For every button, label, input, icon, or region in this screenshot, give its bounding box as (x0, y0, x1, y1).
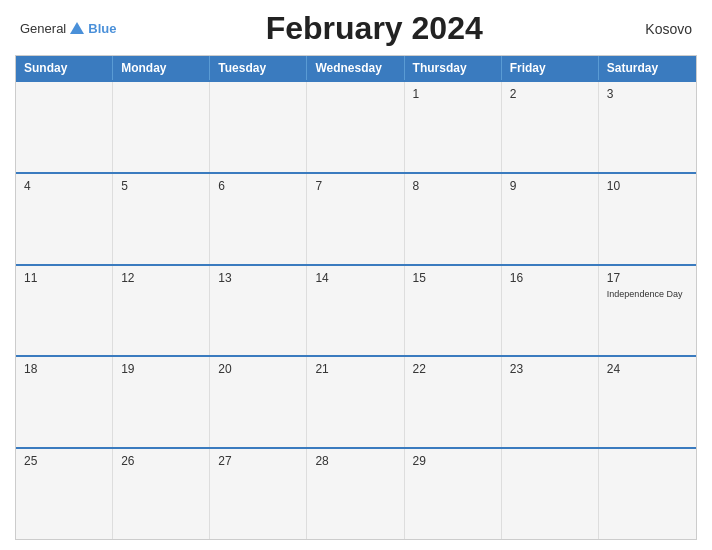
day-cell (210, 82, 307, 172)
day-number: 8 (413, 179, 493, 195)
weeks-container: 1234567891011121314151617Independence Da… (16, 80, 696, 539)
day-cell: 2 (502, 82, 599, 172)
day-number: 5 (121, 179, 201, 195)
day-cell: 28 (307, 449, 404, 539)
logo-blue-text: Blue (88, 21, 116, 36)
day-number: 9 (510, 179, 590, 195)
day-number: 27 (218, 454, 298, 470)
day-header-monday: Monday (113, 56, 210, 80)
week-row-1: 123 (16, 80, 696, 172)
day-number: 20 (218, 362, 298, 378)
calendar-container: General Blue February 2024 Kosovo Sunday… (0, 0, 712, 550)
day-cell: 9 (502, 174, 599, 264)
day-cell: 29 (405, 449, 502, 539)
day-number: 16 (510, 271, 590, 287)
day-cell: 18 (16, 357, 113, 447)
day-cell: 13 (210, 266, 307, 356)
day-cell (502, 449, 599, 539)
day-cell: 14 (307, 266, 404, 356)
day-cell: 4 (16, 174, 113, 264)
day-number: 2 (510, 87, 590, 103)
day-header-friday: Friday (502, 56, 599, 80)
day-cell: 23 (502, 357, 599, 447)
day-cell: 15 (405, 266, 502, 356)
logo-triangle-icon (70, 22, 84, 34)
day-cell: 6 (210, 174, 307, 264)
day-header-sunday: Sunday (16, 56, 113, 80)
day-number: 21 (315, 362, 395, 378)
calendar-grid: SundayMondayTuesdayWednesdayThursdayFrid… (15, 55, 697, 540)
day-cell: 16 (502, 266, 599, 356)
day-header-tuesday: Tuesday (210, 56, 307, 80)
day-number: 25 (24, 454, 104, 470)
day-number: 24 (607, 362, 688, 378)
day-number: 4 (24, 179, 104, 195)
day-number: 7 (315, 179, 395, 195)
week-row-5: 2526272829 (16, 447, 696, 539)
day-cell: 5 (113, 174, 210, 264)
day-cell: 8 (405, 174, 502, 264)
day-number: 10 (607, 179, 688, 195)
day-cell: 19 (113, 357, 210, 447)
day-number: 3 (607, 87, 688, 103)
week-row-2: 45678910 (16, 172, 696, 264)
day-headers-row: SundayMondayTuesdayWednesdayThursdayFrid… (16, 56, 696, 80)
day-number: 12 (121, 271, 201, 287)
day-header-saturday: Saturday (599, 56, 696, 80)
day-number: 23 (510, 362, 590, 378)
day-cell: 11 (16, 266, 113, 356)
week-row-4: 18192021222324 (16, 355, 696, 447)
day-number: 22 (413, 362, 493, 378)
day-number: 6 (218, 179, 298, 195)
calendar-header: General Blue February 2024 Kosovo (15, 10, 697, 47)
day-number: 18 (24, 362, 104, 378)
day-cell: 26 (113, 449, 210, 539)
day-cell: 27 (210, 449, 307, 539)
day-cell (16, 82, 113, 172)
day-cell: 1 (405, 82, 502, 172)
day-cell: 21 (307, 357, 404, 447)
day-number: 15 (413, 271, 493, 287)
logo: General Blue (20, 20, 116, 38)
event-label: Independence Day (607, 289, 688, 301)
logo-general-text: General (20, 21, 66, 36)
day-number: 1 (413, 87, 493, 103)
day-cell: 24 (599, 357, 696, 447)
week-row-3: 11121314151617Independence Day (16, 264, 696, 356)
day-header-thursday: Thursday (405, 56, 502, 80)
calendar-title: February 2024 (116, 10, 632, 47)
day-cell (307, 82, 404, 172)
day-cell (113, 82, 210, 172)
day-number: 26 (121, 454, 201, 470)
day-header-wednesday: Wednesday (307, 56, 404, 80)
day-cell: 17Independence Day (599, 266, 696, 356)
day-cell: 3 (599, 82, 696, 172)
day-cell: 25 (16, 449, 113, 539)
day-number: 13 (218, 271, 298, 287)
day-cell: 20 (210, 357, 307, 447)
country-label: Kosovo (632, 21, 692, 37)
day-number: 19 (121, 362, 201, 378)
day-number: 14 (315, 271, 395, 287)
day-cell: 10 (599, 174, 696, 264)
day-number: 17 (607, 271, 688, 287)
day-cell (599, 449, 696, 539)
day-number: 11 (24, 271, 104, 287)
day-cell: 22 (405, 357, 502, 447)
day-cell: 7 (307, 174, 404, 264)
day-cell: 12 (113, 266, 210, 356)
day-number: 29 (413, 454, 493, 470)
day-number: 28 (315, 454, 395, 470)
